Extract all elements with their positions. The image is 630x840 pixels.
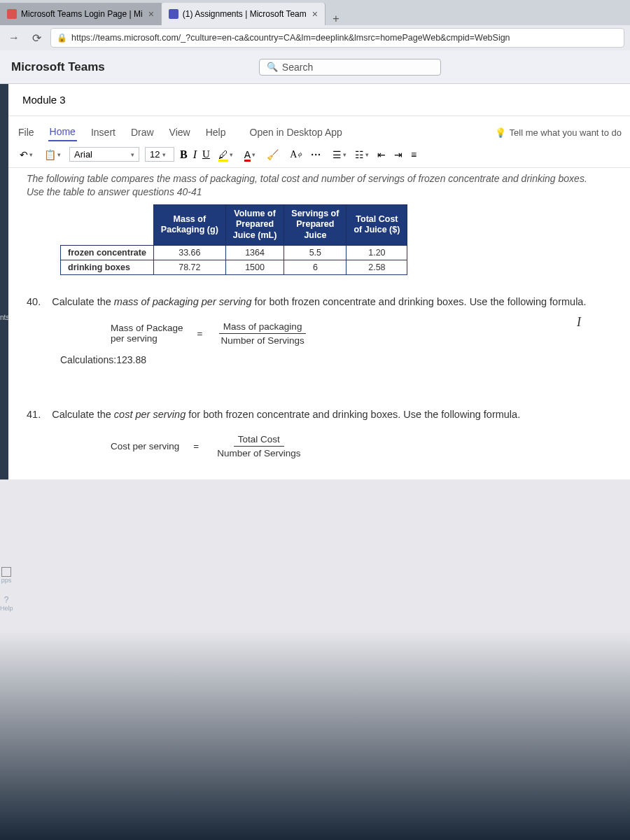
browser-tab-2[interactable]: (1) Assignments | Microsoft Team × — [162, 3, 326, 25]
text-cursor-icon: I — [577, 315, 581, 330]
row-label: frozen concentrate — [61, 245, 154, 260]
tab-favicon-icon — [169, 9, 178, 19]
font-name: Arial — [74, 149, 92, 160]
bulb-icon: 💡 — [495, 127, 506, 138]
browser-tab-strip: Microsoft Teams Login Page | Mi × (1) As… — [0, 0, 630, 25]
sidebar-help-icon[interactable]: ? Help — [0, 595, 13, 612]
chevron-down-icon: ▾ — [230, 151, 233, 158]
question-text: Calculate the cost per serving for both … — [52, 407, 520, 421]
undo-button[interactable]: ↶▾ — [17, 148, 36, 162]
new-tab-button[interactable]: + — [326, 13, 346, 25]
formatting-toolbar: ↶▾ 📋▾ Arial ▾ 12 ▾ B I U 🖊 ▾ A — [8, 141, 630, 168]
open-desktop-button[interactable]: Open in Desktop App — [250, 127, 342, 138]
help-icon: ? — [0, 595, 13, 605]
underline-button[interactable]: U — [202, 148, 210, 160]
document-body[interactable]: The following table compares the mass of… — [8, 168, 630, 479]
number-list-button[interactable]: ☷▾ — [352, 148, 372, 162]
formula-41: Cost per serving = Total Cost Number of … — [111, 434, 595, 458]
cell: 5.5 — [284, 245, 346, 260]
close-icon[interactable]: × — [312, 8, 318, 20]
close-icon[interactable]: × — [148, 8, 154, 20]
chevron-down-icon: ▾ — [365, 151, 369, 158]
more-button[interactable]: ··· — [311, 149, 321, 160]
cell: 33.66 — [153, 245, 225, 260]
tab-favicon-icon — [7, 9, 17, 19]
tab-title: (1) Assignments | Microsoft Team — [183, 9, 307, 19]
forward-icon[interactable]: → — [6, 31, 22, 44]
sidebar-stub-nts: nts — [0, 314, 9, 321]
font-color-icon: A — [244, 149, 251, 160]
chevron-down-icon: ▾ — [57, 151, 61, 158]
tab-draw[interactable]: Draw — [130, 124, 155, 141]
tab-help[interactable]: Help — [204, 124, 227, 141]
browser-tab-1[interactable]: Microsoft Teams Login Page | Mi × — [0, 3, 162, 25]
indent-button[interactable]: ⇥ — [391, 148, 405, 162]
table-row: frozen concentrate 33.66 1364 5.5 1.20 — [61, 245, 407, 260]
comparison-table: Mass ofPackaging (g) Volume ofPreparedJu… — [60, 204, 407, 275]
lock-icon: 🔒 — [57, 33, 67, 43]
cell: 1.20 — [346, 245, 407, 260]
col-mass: Mass ofPackaging (g) — [153, 204, 225, 245]
help-label: Help — [0, 605, 13, 612]
col-servings: Servings ofPreparedJuice — [284, 204, 346, 245]
bold-button[interactable]: B — [180, 148, 188, 161]
tab-view[interactable]: View — [168, 124, 192, 141]
module-title: Module 3 — [8, 84, 630, 116]
outdent-button[interactable]: ⇤ — [374, 148, 388, 162]
fraction-numerator: Total Cost — [234, 434, 284, 447]
tell-me-input[interactable]: 💡 Tell me what you want to do — [495, 127, 622, 138]
formula-40: Mass of Packageper serving = Mass of pac… — [111, 321, 595, 346]
tab-home[interactable]: Home — [48, 123, 77, 141]
cell: 1500 — [225, 260, 284, 274]
app-title: Microsoft Teams — [11, 60, 105, 74]
col-volume: Volume ofPreparedJuice (mL) — [225, 204, 284, 245]
tell-me-label: Tell me what you want to do — [510, 127, 622, 138]
cell: 78.72 — [153, 260, 225, 274]
chevron-down-icon: ▾ — [343, 151, 346, 158]
search-icon: 🔍 — [267, 62, 278, 72]
question-40: 40. Calculate the mass of packaging per … — [27, 295, 595, 309]
align-button[interactable]: ≡ — [408, 148, 419, 162]
ribbon-tabs: File Home Insert Draw View Help Open in … — [8, 116, 630, 141]
chevron-down-icon: ▾ — [162, 151, 166, 158]
url-text: https://teams.microsoft.com/_?culture=en… — [71, 33, 510, 43]
font-size: 12 — [150, 149, 160, 160]
refresh-icon[interactable]: ⟳ — [28, 31, 45, 45]
apps-icon — [1, 567, 11, 577]
cell: 2.58 — [346, 260, 407, 274]
font-size-select[interactable]: 12 ▾ — [145, 147, 174, 162]
chevron-down-icon: ▾ — [252, 151, 255, 158]
table-corner — [61, 204, 154, 245]
address-bar: → ⟳ 🔒 https://teams.microsoft.com/_?cult… — [0, 25, 630, 50]
cell: 1364 — [225, 245, 284, 260]
highlight-button[interactable]: 🖊 ▾ — [216, 148, 236, 162]
tab-insert[interactable]: Insert — [90, 124, 117, 141]
fraction: Total Cost Number of Servings — [213, 434, 304, 458]
equals-sign: = — [197, 328, 203, 339]
table-row: drinking boxes 78.72 1500 6 2.58 — [61, 260, 407, 274]
sidebar-apps-icon[interactable]: pps — [0, 567, 13, 584]
url-input[interactable]: 🔒 https://teams.microsoft.com/_?culture=… — [50, 28, 624, 48]
bullet-list-button[interactable]: ☰▾ — [330, 148, 349, 162]
italic-button[interactable]: I — [193, 148, 197, 161]
row-label: drinking boxes — [61, 260, 154, 274]
question-text: Calculate the mass of packaging per serv… — [52, 295, 586, 309]
font-select[interactable]: Arial ▾ — [69, 147, 139, 162]
search-placeholder: Search — [282, 62, 313, 73]
equals-sign: = — [193, 441, 199, 451]
styles-button[interactable]: A𝜙 — [287, 148, 305, 162]
formula-label: Mass of Packageper serving — [111, 323, 183, 344]
cell: 6 — [284, 260, 346, 274]
font-color-button[interactable]: A ▾ — [241, 148, 258, 162]
tab-file[interactable]: File — [17, 124, 36, 141]
clear-format-button[interactable]: 🧹 — [264, 148, 281, 162]
paste-button[interactable]: 📋▾ — [41, 148, 64, 162]
search-input[interactable]: 🔍 Search — [259, 59, 441, 76]
teams-header: Microsoft Teams 🔍 Search — [0, 50, 630, 84]
calculations-text: Calculations:123.88 — [60, 354, 595, 365]
fraction-denominator: Number of Servings — [213, 447, 304, 458]
tab-title: Microsoft Teams Login Page | Mi — [21, 9, 143, 19]
fraction-numerator: Mass of packaging — [219, 321, 307, 334]
col-cost: Total Costof Juice ($) — [346, 204, 407, 245]
apps-label: pps — [0, 577, 13, 584]
